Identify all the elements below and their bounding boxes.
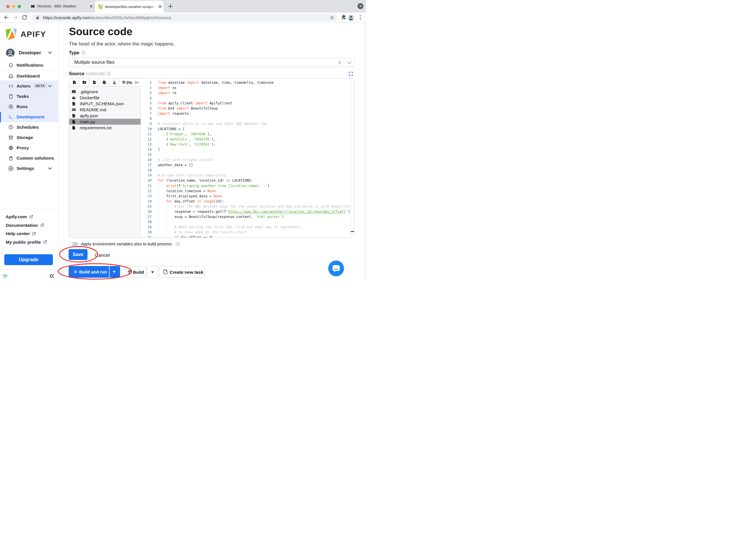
type-help-icon[interactable] [81,51,86,55]
code-line[interactable]: from datetime import datetime, time, tim… [158,80,274,85]
code-line[interactable]: ('New York', '5128581'), [158,142,216,147]
file-row-apify-json[interactable]: </> apify.json [69,113,141,119]
code-token: ( [158,142,168,146]
sidebar-item-development[interactable]: Development [0,112,59,122]
sidebar-item-notifications[interactable]: Notifications [0,60,59,70]
code-line[interactable]: from apify_client import ApifyClient [158,101,232,106]
link-apify-com[interactable]: Apify.com [6,214,33,219]
code-line[interactable]: # to know when do the results start [158,230,247,235]
save-button[interactable]: Save [69,249,88,260]
chat-widget-button[interactable] [328,261,344,276]
forward-icon[interactable] [12,14,19,21]
code-editor[interactable]: 1234567891011121314151617181920212223242… [141,78,354,237]
build-run-dropdown-icon[interactable] [113,271,116,273]
code-token: 14 [216,199,220,203]
link-documentation[interactable]: Documentation [6,223,44,228]
tab-close-icon[interactable] [89,4,94,9]
menu-kebab-icon[interactable] [357,14,364,21]
code-line[interactable]: # Get the BBC Weather page for the given… [158,204,351,209]
new-file-button[interactable] [69,78,79,86]
sidebar-item-proxy[interactable]: Proxy [0,143,59,153]
sidebar-item-schedules[interactable]: Schedules [0,122,59,132]
code-line[interactable]: LOCATIONS = [ [158,126,185,132]
build-dropdown-button[interactable] [147,266,158,278]
apify-logo[interactable]: APIFY [5,28,17,40]
sidebar-item-runs[interactable]: Runs [0,102,59,112]
code-line[interactable]: # Scrape each location separately [158,173,226,178]
clear-icon[interactable] [338,61,342,65]
account-menu[interactable]: Developer [0,48,59,57]
select-chevron-icon[interactable] [348,61,352,64]
code-line[interactable]: import os [158,85,177,90]
code-line[interactable]: print(f'Scraping weather from {location_… [158,183,269,188]
file-row-gitignore[interactable]: git .gitignore [69,89,141,95]
code-line[interactable]: for (location_name, location_id) in LOCA… [158,178,253,183]
code-line[interactable]: # List with scraped results [158,157,214,162]
code-line[interactable]: ] [158,147,160,152]
create-new-task-button[interactable]: Create new task [159,266,205,278]
sidebar-item-actors[interactable]: Actors BETA [0,81,59,91]
traffic-light-minimize-icon[interactable] [12,5,15,8]
link-help-center[interactable]: Help center [6,231,36,236]
code-token: (location_name, location_id) [164,178,226,182]
code-line[interactable]: ('Honolulu', '5856195'), [158,137,216,142]
code-line[interactable]: import requests [158,111,189,116]
code-line[interactable]: first_displayed_date = None [158,194,222,199]
code-line[interactable]: import re [158,90,177,96]
code-line[interactable]: location_timezone = None [158,188,216,194]
link-my-public-profile[interactable]: My public profile [6,240,47,245]
tab-apify-console[interactable]: developer/bbc-weather-scraper [95,1,164,13]
sidebar-item-tasks[interactable]: Tasks [0,91,59,102]
new-folder-button[interactable] [79,78,89,86]
editor-scrollbar[interactable] [351,78,355,237]
code-line[interactable]: soup = BeautifulSoup(response.content, '… [158,214,284,219]
bookmark-star-icon[interactable] [330,15,335,20]
env-vars-toggle[interactable] [69,242,78,246]
file-row-input-schema[interactable]: </> INPUT_SCHEMA.json [69,101,141,107]
fullscreen-icon[interactable] [349,72,353,76]
code-line[interactable]: # When parsing the first day, find out w… [158,225,303,230]
code-token: # Scrape each location separately [158,173,226,177]
traffic-light-zoom-icon[interactable] [18,5,21,8]
file-row-readme[interactable]: README.md [69,107,141,113]
editor-scrollbar-thumb[interactable] [351,231,354,232]
toggle-help-icon[interactable] [176,242,180,246]
code-token: BeautifulSoup [189,106,218,110]
upload-file-button[interactable] [89,78,99,86]
build-and-run-button[interactable]: Build and run [69,266,120,278]
code-line[interactable]: for day_offset in range(14): [158,199,224,204]
sidebar-item-custom-solutions[interactable]: Custom solutions [0,153,59,163]
upgrade-button[interactable]: Upgrade [4,254,53,265]
url-bar[interactable]: https://console.apify.com/actors/dev/k5t… [31,14,338,21]
import-file-button[interactable] [99,78,109,86]
collapse-sidebar-icon[interactable] [49,274,54,278]
profile-avatar[interactable] [348,15,354,21]
tab-close-icon[interactable] [158,4,162,9]
extensions-icon[interactable] [340,14,347,21]
download-button[interactable] [109,78,119,86]
reload-icon[interactable] [21,14,28,21]
code-line[interactable]: weather_data = [] [158,162,193,168]
lock-icon[interactable] [35,15,40,20]
page-scrollbar[interactable] [365,23,366,280]
build-button[interactable]: Build [122,266,146,278]
file-row-requirements[interactable]: requirements.txt [69,125,141,131]
file-row-main-py[interactable]: main.py [69,119,141,125]
tab-search-button[interactable] [358,3,364,9]
cancel-button[interactable]: Cancel [95,253,110,258]
back-icon[interactable] [3,14,10,21]
code-line[interactable]: response = requests.get(f'https://www.bb… [158,209,350,214]
code-line[interactable]: from bs4 import BeautifulSoup [158,106,218,111]
source-help-icon[interactable] [106,72,111,76]
sidebar-item-settings[interactable]: Settings [0,163,59,174]
tab-bbc-weather[interactable]: BBC Honolulu - BBC Weather [27,2,94,10]
sidebar-item-storage[interactable]: Storage [0,132,59,143]
new-tab-icon[interactable] [167,3,174,10]
type-select[interactable]: Multiple source files [69,58,354,67]
collapse-panel-icon[interactable] [135,80,139,85]
code-line[interactable]: ('Prague', '3067696'), [158,132,212,137]
traffic-light-close-icon[interactable] [6,5,9,8]
file-row-dockerfile[interactable]: Dockerfile [69,95,141,101]
sidebar-item-dashboard[interactable]: Dashboard [0,71,59,81]
code-line[interactable]: # Locations which to scrape and their BB… [158,121,267,126]
